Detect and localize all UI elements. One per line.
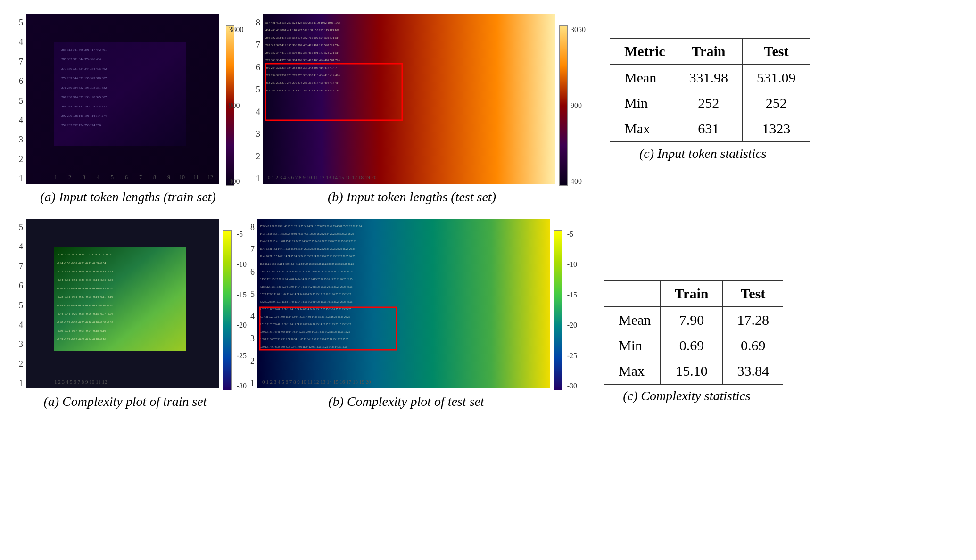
fig-caption-b-top: (b) Input token lengths (test set) [328, 189, 496, 205]
svg-text:252 263 252 154 256 274 256: 252 263 252 154 256 274 256 [61, 124, 101, 127]
row-mean-label: Mean [610, 65, 675, 91]
figure-b-top: 8 7 6 5 4 3 2 1 [256, 14, 568, 205]
svg-text:11.0 10.21 12.5 13.21 14.24 15: 11.0 10.21 12.5 13.21 14.24 15.24 15.24 … [260, 263, 354, 265]
svg-text:-0.99 -0.97 -0.78 -0.18 -1.2 -: -0.99 -0.97 -0.78 -0.18 -1.2 -1.21 -1.13… [57, 253, 112, 256]
svg-text:281 284 245 131 199 108 325 31: 281 284 245 131 199 108 325 317 [61, 105, 107, 108]
svg-text:8: 8 [153, 174, 156, 181]
row-max-test-b: 33.84 [723, 358, 783, 384]
svg-text:9: 9 [167, 174, 170, 181]
svg-text:0.69 1.71 5.07 7.38 8.38 9.54 : 0.69 1.71 5.07 7.38 8.38 9.54 10.54 11.0… [260, 338, 348, 341]
svg-text:285 363 381 344 374 396 404: 285 363 381 344 374 396 404 [61, 58, 101, 61]
svg-text:5: 5 [111, 174, 114, 181]
colorbar-complexity-test-max: -5 [567, 230, 577, 239]
svg-text:292 290 136 145 191 114 174 27: 292 290 136 145 191 114 174 274 [61, 114, 107, 118]
fig-caption-c-bottom: (c) Complexity statistics [623, 388, 751, 404]
svg-text:-0.69 -0.71 -0.17 -0.07 -0.24 : -0.69 -0.71 -0.17 -0.07 -0.24 -0.18 -0.1… [57, 338, 106, 341]
svg-text:263 289 273 270 273 270 273 28: 263 289 273 270 273 270 273 281 311 314 … [265, 81, 340, 84]
svg-text:4: 4 [97, 174, 99, 181]
svg-text:-0.34 -0.31 -0.51 -0.49 -0.65 : -0.34 -0.31 -0.51 -0.49 -0.65 -0.14 -0.0… [57, 278, 113, 281]
svg-text:4.32 5.31 8.22 9.04 10.08 11.1: 4.32 5.31 8.22 9.04 10.08 11.14 13.04 14… [260, 308, 351, 311]
svg-text:292 317 347 419 135 306 382 48: 292 317 347 419 135 306 382 483 411 491 … [265, 43, 340, 47]
svg-text:2: 2 [68, 174, 71, 181]
svg-text:286 392 353 415 335 558 173 38: 286 392 353 415 335 558 173 382 711 502 … [265, 36, 340, 39]
row-max-label: Max [610, 116, 675, 142]
svg-text:7: 7 [139, 174, 142, 181]
input-token-stats-table: Metric Train Test Mean 331.98 531.09 Min… [610, 38, 810, 142]
figure-a-top: 5 4 7 6 5 4 3 2 1 [19, 14, 237, 205]
svg-text:11.45 10.21 13.5 14.21 14.54 1: 11.45 10.21 13.5 14.21 14.54 15.24 15.24… [260, 255, 355, 258]
svg-text:-0.44 -0.41 -0.20 -0.26 -0.20 : -0.44 -0.41 -0.20 -0.26 -0.20 -0.15 -0.0… [57, 312, 113, 315]
svg-text:-0.94 -0.58 -0.81 -0.78 -0.12 : -0.94 -0.58 -0.81 -0.78 -0.12 -0.09 -0.5… [57, 261, 106, 264]
colorbar-complexity-train-mid2: -15 [237, 291, 247, 299]
svg-text:285 312 341 360 391 417 442 49: 285 312 341 360 391 417 442 491 [61, 48, 107, 52]
svg-text:11: 11 [193, 174, 199, 181]
colorbar-mid: 900 [229, 101, 244, 110]
colorbar-max: 3800 [229, 25, 244, 34]
fig-caption-a-bottom: (a) Complexity plot of train set [43, 394, 207, 409]
svg-text:13.45 13.51 15.41 16.81 15.41 : 13.45 13.51 15.41 16.81 15.41 25.24 25.2… [260, 240, 356, 243]
svg-text:7.18 7.12 10.5 11.31 12.04 13.: 7.18 7.12 10.5 11.31 12.04 13.04 14.04 1… [260, 285, 353, 288]
svg-text:252 283 270 273 270 273 270 25: 252 283 270 273 270 273 270 253 275 311 … [265, 89, 340, 92]
svg-text:6.52 7.12 9.5 11.01 11.04 12.4: 6.52 7.12 9.5 11.01 11.04 12.44 14.04 14… [260, 293, 351, 296]
test-token-heatmap: 517 421 402 135 267 524 424 550 255 1100… [263, 14, 555, 184]
svg-text:517 421 402 135 267 524 424 55: 517 421 402 135 267 524 424 550 255 1100… [265, 21, 341, 24]
svg-text:10: 10 [179, 174, 185, 181]
colorbar-token-train: 3800 900 400 [223, 21, 237, 186]
svg-text:14.31 13.98 13.51 14.5 25.24 4: 14.31 13.98 13.51 14.5 25.24 40.01 40.01… [260, 232, 354, 235]
figure-b-bottom: 8 7 6 5 4 3 2 1 [250, 219, 562, 409]
colorbar-complexity-train-mid1: -10 [237, 260, 247, 269]
fig-caption-b-bottom: (b) Complexity plot of test set [328, 394, 484, 409]
svg-text:8.15 8.12 11.5 12.31 12.24 14.: 8.15 8.12 11.5 12.31 12.24 14.04 14.24 1… [260, 278, 353, 280]
colorbar-complexity-train-max: -5 [237, 230, 247, 239]
svg-text:-0.49 -0.42 -0.24 -0.54 -0.19 : -0.49 -0.42 -0.24 -0.54 -0.19 -0.12 -0.1… [57, 304, 113, 307]
row-min-label: Min [610, 91, 675, 116]
row-mean-train-b: 7.90 [661, 307, 723, 333]
colorbar-complexity-test-min: -30 [567, 382, 577, 390]
header-metric: Metric [610, 38, 675, 65]
row-mean-label-b: Mean [604, 307, 661, 333]
svg-text:3: 3 [83, 174, 85, 181]
row-max-label-b: Max [604, 358, 661, 384]
header-test-b: Test [723, 280, 783, 307]
figure-c-top: Metric Train Test Mean 331.98 531.09 Min… [596, 24, 810, 161]
train-complexity-heatmap: -0.99 -0.97 -0.78 -0.18 -1.2 -1.21 -1.13… [26, 219, 219, 388]
colorbar-test-mid: 900 [571, 101, 586, 110]
test-complexity-heatmap: 17.97 42.9 80.88 99.21 43.25 31.25 15.75… [257, 219, 550, 388]
colorbar-complexity-train-mid4: -25 [237, 352, 247, 360]
svg-text:280 342 347 419 135 506 382 38: 280 342 347 419 135 506 382 383 411 491 … [265, 51, 340, 54]
colorbar-complexity-test-mid4: -25 [567, 352, 577, 360]
header-train-b: Train [661, 280, 723, 307]
row-max-train-b: 15.10 [661, 358, 723, 384]
colorbar-complexity-test-mid2: -15 [567, 291, 577, 299]
colorbar-min: 400 [229, 177, 244, 186]
svg-text:-0.97 -1.54 -0.31 -0.63 -0.68 : -0.97 -1.54 -0.31 -0.63 -0.68 -0.66 -0.1… [57, 270, 113, 273]
row-mean-train: 331.98 [675, 65, 743, 91]
svg-text:280 284 325 337 304 384 383 30: 280 284 325 337 304 384 383 303 343 406 … [265, 66, 337, 69]
colorbar-complexity-train-mid3: -20 [237, 321, 247, 329]
row-mean-test-b: 17.28 [723, 307, 783, 333]
svg-rect-50 [257, 219, 550, 388]
svg-text:-0.28 -0.29 -0.24 -0.54 -0.96 : -0.28 -0.29 -0.24 -0.54 -0.96 -0.10 -0.1… [57, 287, 113, 290]
svg-text:279 300 304 373 382 384 309 30: 279 300 304 373 382 384 309 303 413 406 … [265, 58, 340, 62]
row-min-train-b: 0.69 [661, 333, 723, 358]
svg-text:6: 6 [125, 174, 128, 181]
svg-rect-23 [263, 14, 555, 184]
colorbar-complexity-train-min: -30 [237, 382, 247, 390]
svg-text:17.97 42.9 80.88 99.21 43.25 3: 17.97 42.9 80.88 99.21 43.25 31.25 15.75… [260, 225, 362, 228]
fig-caption-a-top: (a) Input token lengths (train set) [40, 189, 215, 205]
row-max-test: 1323 [743, 116, 810, 142]
row-min-test: 252 [743, 91, 810, 116]
svg-text:271 280 384 322 193 308 351 38: 271 280 384 322 193 308 351 382 [61, 86, 107, 90]
complexity-stats-table: Train Test Mean 7.90 17.28 Min 0.69 0.69 [604, 280, 783, 385]
fig-caption-c-top: (c) Input token statistics [639, 146, 767, 161]
colorbar-complexity-test-mid1: -10 [567, 260, 577, 269]
svg-text:0.89 2.51 6.17 8.41 9.68 10.14: 0.89 2.51 6.17 8.41 9.68 10.14 10.54 12.… [260, 330, 350, 333]
svg-text:-0.28 -0.31 -0.51 -0.49 -0.25 : -0.28 -0.31 -0.51 -0.49 -0.25 -0.14 -0.1… [57, 295, 113, 298]
train-token-heatmap: 285 312 341 360 391 417 442 491 285 363 … [26, 14, 219, 184]
svg-text:0 1 2 3 4 5 6 7 8 9 10 11 12 1: 0 1 2 3 4 5 6 7 8 9 10 11 12 13 14 15 16… [262, 379, 371, 385]
row-min-train: 252 [675, 91, 743, 116]
svg-text:-0.48 -0.71 -0.07 -0.25 -0.16 : -0.48 -0.71 -0.07 -0.25 -0.16 -0.10 -0.0… [57, 321, 113, 324]
row-min-label-b: Min [604, 333, 661, 358]
svg-text:267 280 284 325 133 198 345 30: 267 280 284 325 133 198 345 307 [61, 95, 107, 99]
row-min-test-b: 0.69 [723, 333, 783, 358]
